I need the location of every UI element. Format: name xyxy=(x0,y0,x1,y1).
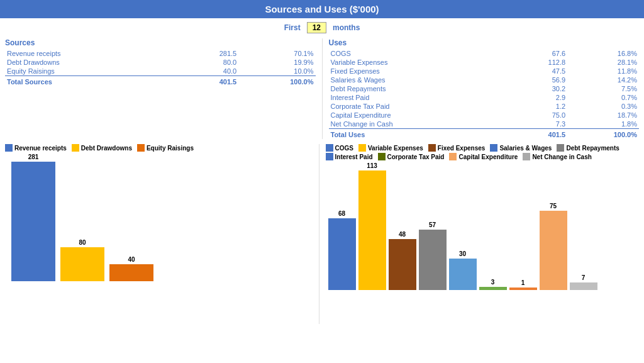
right-bar-group: 113 xyxy=(358,162,386,290)
bar xyxy=(358,170,386,290)
bar-label: 40 xyxy=(128,256,135,263)
header-title: Sources and Uses ($'000) xyxy=(265,4,379,14)
legend-label: Corporate Tax Paid xyxy=(387,154,445,160)
bar xyxy=(328,218,356,290)
sources-row: Debt Drawdowns80.019.9% xyxy=(5,58,316,67)
uses-row: COGS67.616.8% xyxy=(329,49,640,58)
right-bar-group: 30 xyxy=(449,250,477,290)
left-bar-chart: 281 80 40 xyxy=(5,155,319,281)
right-legend-item: Fixed Expenses xyxy=(428,144,486,152)
bar xyxy=(419,230,447,290)
legend-label: Interest Paid xyxy=(335,154,373,160)
bar xyxy=(389,239,416,290)
bar-label: 30 xyxy=(459,250,466,257)
left-chart: Revenue receiptsDebt DrawdownsEquity Rai… xyxy=(5,144,319,324)
right-bar-group: 1 xyxy=(509,279,537,290)
bar xyxy=(479,287,507,290)
bar-label: 281 xyxy=(28,154,39,160)
sources-total-value: 401.5 xyxy=(162,76,238,87)
left-bar-group: 281 xyxy=(11,154,55,281)
right-bar-chart: 68 113 48 57 30 3 1 75 7 xyxy=(326,164,640,290)
uses-table: COGS67.616.8%Variable Expenses112.828.1%… xyxy=(329,49,640,139)
months-input[interactable]: 12 xyxy=(307,22,326,33)
legend-label: Net Change in Cash xyxy=(532,154,591,160)
right-panel: Uses COGS67.616.8%Variable Expenses112.8… xyxy=(322,38,640,139)
bar xyxy=(109,264,153,281)
sources-row: Revenue receipts281.570.1% xyxy=(5,49,316,58)
bar-label: 80 xyxy=(79,239,86,246)
uses-row: Salaries & Wages56.914.2% xyxy=(329,75,640,84)
uses-row: Debt Repayments30.27.5% xyxy=(329,84,640,93)
uses-row: Net Change in Cash7.31.8% xyxy=(329,120,640,129)
right-bar-group: 57 xyxy=(419,221,447,290)
charts-row: Revenue receiptsDebt DrawdownsEquity Rai… xyxy=(0,142,644,324)
legend-color xyxy=(378,153,386,160)
bar-label: 3 xyxy=(491,279,495,286)
months-row: First 12 months xyxy=(0,18,644,36)
legend-label: Fixed Expenses xyxy=(438,145,486,152)
bar-label: 1 xyxy=(521,279,525,286)
legend-color xyxy=(358,144,366,152)
legend-label: Debt Repayments xyxy=(566,145,619,152)
uses-row: Variable Expenses112.828.1% xyxy=(329,58,640,67)
right-legend-item: Debt Repayments xyxy=(557,144,619,152)
legend-label: Equity Raisings xyxy=(147,145,194,152)
uses-total-value: 401.5 xyxy=(496,129,567,140)
left-legend-item: Debt Drawdowns xyxy=(72,144,132,152)
right-legend-item: Interest Paid xyxy=(326,153,373,160)
left-legend-item: Revenue receipts xyxy=(5,144,67,152)
bar-label: 68 xyxy=(338,210,345,217)
bar-label: 7 xyxy=(582,274,586,281)
bar-label: 113 xyxy=(367,162,377,169)
right-legend-item: Net Change in Cash xyxy=(523,153,591,160)
sources-title: Sources xyxy=(5,38,316,47)
left-panel: Sources Revenue receipts281.570.1%Debt D… xyxy=(5,38,322,139)
legend-color xyxy=(326,153,333,160)
right-bar-group: 48 xyxy=(389,231,416,290)
left-legend: Revenue receiptsDebt DrawdownsEquity Rai… xyxy=(5,144,319,152)
header: Sources and Uses ($'000) xyxy=(0,0,644,18)
legend-label: Capital Expenditure xyxy=(458,154,518,160)
right-legend-item: Variable Expenses xyxy=(358,144,423,152)
sources-row: Equity Raisings40.010.0% xyxy=(5,67,316,76)
right-legend: COGSVariable ExpensesFixed ExpensesSalar… xyxy=(326,144,640,160)
right-legend-item: COGS xyxy=(326,144,353,152)
legend-color xyxy=(490,144,497,152)
right-bar-group: 3 xyxy=(479,279,507,290)
bar-label: 57 xyxy=(429,221,436,228)
legend-color xyxy=(137,144,145,152)
bar xyxy=(11,162,55,281)
uses-row: Fixed Expenses47.511.8% xyxy=(329,67,640,75)
uses-row: Interest Paid2.90.7% xyxy=(329,93,640,102)
uses-title: Uses xyxy=(329,38,640,47)
uses-total-pct: 100.0% xyxy=(567,129,639,140)
right-bar-group: 75 xyxy=(540,203,567,290)
sources-total-row: Total Sources401.5100.0% xyxy=(5,76,316,87)
legend-label: Salaries & Wages xyxy=(499,145,552,152)
legend-label: COGS xyxy=(335,145,353,152)
legend-color xyxy=(428,144,436,152)
legend-color xyxy=(523,153,530,160)
main-content: Sources Revenue receipts281.570.1%Debt D… xyxy=(0,36,644,142)
right-chart: COGSVariable ExpensesFixed ExpensesSalar… xyxy=(319,144,640,324)
uses-total-label: Total Uses xyxy=(329,129,496,140)
legend-label: Revenue receipts xyxy=(14,145,67,152)
legend-color xyxy=(557,144,564,152)
bar xyxy=(570,282,597,290)
months-label: months xyxy=(333,23,360,32)
legend-color xyxy=(326,144,333,152)
legend-label: Variable Expenses xyxy=(368,145,423,152)
sources-total-pct: 100.0% xyxy=(238,76,315,87)
left-bar-group: 80 xyxy=(60,239,104,281)
legend-color xyxy=(5,144,13,152)
legend-label: Debt Drawdowns xyxy=(81,145,132,152)
uses-row: Capital Expenditure75.018.7% xyxy=(329,111,640,120)
bar xyxy=(449,259,477,290)
right-bar-group: 68 xyxy=(328,210,356,290)
legend-color xyxy=(72,144,79,152)
bar xyxy=(540,211,567,290)
uses-total-row: Total Uses401.5100.0% xyxy=(329,129,640,140)
legend-color xyxy=(449,153,457,160)
bar xyxy=(60,247,104,281)
bar-label: 75 xyxy=(550,203,557,209)
